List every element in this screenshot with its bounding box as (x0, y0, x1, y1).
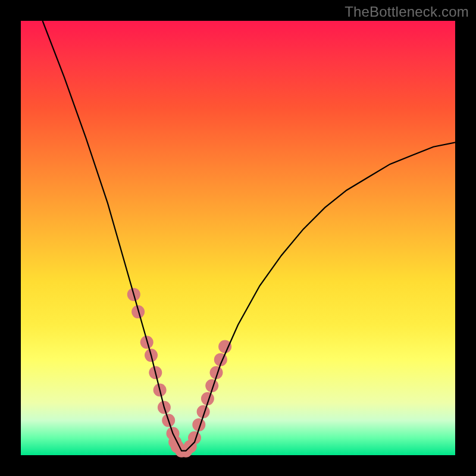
chart-overlay (21, 21, 455, 455)
bottleneck-curve-path (43, 21, 456, 451)
marker-point (218, 340, 231, 353)
chart-frame: TheBottleneck.com (0, 0, 476, 476)
watermark-text: TheBottleneck.com (345, 4, 469, 20)
curve-markers (127, 288, 231, 458)
